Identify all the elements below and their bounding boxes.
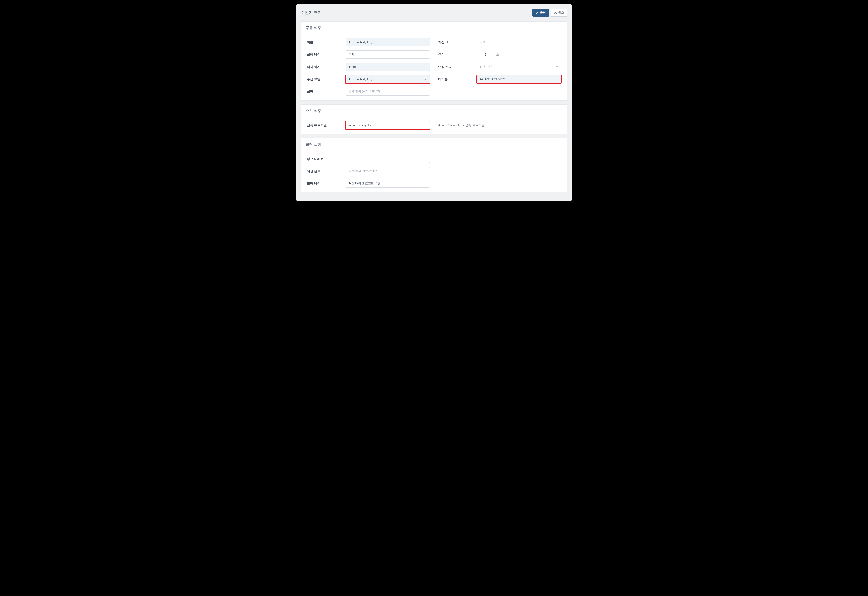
model-value: Azure Activity Logs — [348, 78, 374, 81]
regex-input[interactable] — [346, 155, 430, 163]
cancel-button-label: 취소 — [558, 11, 564, 15]
header-bar: 수집기 추가 확인 취소 — [301, 9, 567, 16]
load-loc-label: 적재 위치 — [307, 65, 343, 69]
common-settings-title: 공통 설정 — [301, 22, 567, 33]
desc-placeholder: 설명 입력 (최대 2,000자) — [348, 90, 381, 93]
confirm-button[interactable]: 확인 — [532, 9, 549, 16]
target-field-input[interactable]: 미 입력시 기본값: line — [346, 167, 430, 175]
asset-ip-label: 자산 IP — [438, 40, 475, 44]
filter-settings-title: 필터 설정 — [301, 138, 567, 150]
run-mode-select[interactable]: 주기 — [346, 50, 430, 59]
filter-settings-panel: 필터 설정 정규식 패턴 대상 필드 미 입력시 기본값: line — [301, 138, 567, 192]
collect-loc-placeholder: 선택 안 함 — [480, 65, 494, 69]
chevron-down-icon — [424, 78, 427, 81]
period-input[interactable] — [477, 51, 494, 58]
close-icon — [554, 11, 557, 14]
chevron-down-icon — [424, 65, 427, 68]
filter-mode-label: 필터 방식 — [307, 181, 343, 186]
desc-input[interactable]: 설명 입력 (최대 2,000자) — [346, 87, 430, 96]
period-label: 주기 — [438, 53, 475, 57]
collect-settings-title: 수집 설정 — [301, 105, 567, 116]
target-field-label: 대상 필드 — [307, 169, 343, 173]
profile-label: 접속 프로파일 — [307, 123, 343, 127]
load-loc-value: control — [348, 65, 357, 69]
name-label: 이름 — [307, 40, 343, 44]
name-value: Azure Activity Logs — [348, 40, 374, 44]
run-mode-label: 실행 방식 — [307, 53, 343, 57]
confirm-button-label: 확인 — [540, 11, 546, 15]
chevron-down-icon — [556, 41, 558, 44]
check-icon — [535, 11, 538, 14]
table-label: 테이블 — [438, 77, 475, 81]
table-value: AZURE_ACTIVITY — [480, 78, 505, 81]
model-select[interactable]: Azure Activity Logs — [346, 75, 430, 83]
filter-mode-select[interactable]: 패턴 매칭된 로그만 수집 — [346, 180, 430, 187]
add-collector-window: 수집기 추가 확인 취소 공통 설정 이름 Azure Activity Log… — [296, 4, 572, 201]
period-unit: 초 — [496, 53, 499, 56]
model-label: 수집 모델 — [307, 77, 343, 81]
load-loc-select[interactable]: control — [346, 63, 430, 71]
collect-loc-select[interactable]: 선택 안 함 — [477, 63, 561, 71]
header-actions: 확인 취소 — [532, 9, 567, 16]
collect-settings-panel: 수집 설정 접속 프로파일 azure_activity_logs Azure … — [301, 104, 567, 134]
chevron-down-icon — [424, 182, 427, 185]
chevron-down-icon — [424, 53, 427, 56]
table-input[interactable]: AZURE_ACTIVITY — [477, 75, 561, 83]
target-field-placeholder: 미 입력시 기본값: line — [348, 169, 377, 173]
asset-ip-select[interactable]: 선택 — [477, 38, 561, 46]
filter-mode-value: 패턴 매칭된 로그만 수집 — [348, 181, 381, 186]
common-settings-panel: 공통 설정 이름 Azure Activity Logs 자산 IP 선택 — [301, 21, 567, 100]
page-title: 수집기 추가 — [301, 10, 322, 16]
asset-ip-placeholder: 선택 — [480, 40, 486, 44]
profile-input[interactable]: azure_activity_logs — [346, 121, 430, 129]
profile-value: azure_activity_logs — [348, 124, 374, 127]
collect-loc-label: 수집 위치 — [438, 65, 475, 69]
cancel-button[interactable]: 취소 — [551, 9, 567, 16]
run-mode-value: 주기 — [348, 53, 354, 56]
name-input[interactable]: Azure Activity Logs — [346, 38, 430, 46]
regex-label: 정규식 패턴 — [307, 157, 343, 161]
desc-label: 설명 — [307, 90, 343, 94]
profile-description: Azure Event Hubs 접속 프로파일 — [438, 123, 561, 127]
chevron-down-icon — [556, 65, 558, 68]
